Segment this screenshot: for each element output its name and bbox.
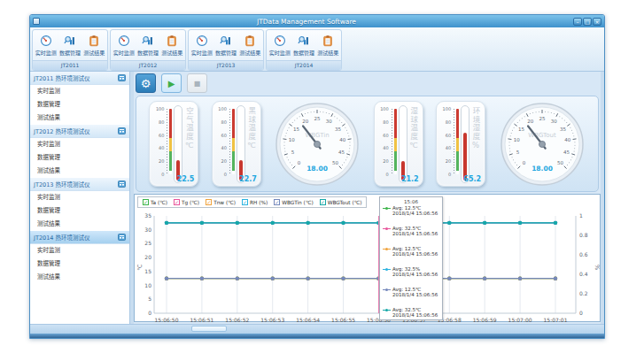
- legend-item[interactable]: ✓Tnw (℃): [206, 199, 236, 205]
- sidebar-item-jt2011-realtime[interactable]: 实时监测: [30, 85, 129, 98]
- minimize-button[interactable]: –: [573, 18, 582, 26]
- horizontal-scrollbar[interactable]: [30, 324, 604, 334]
- svg-text:5: 5: [291, 149, 295, 154]
- thermometer-tick: 80: [216, 119, 227, 125]
- window-controls: –□×: [573, 18, 601, 26]
- test-result-icon: [166, 35, 178, 48]
- chart-panel: 0510152025303500.20.40.60.81℃%15:06:5015…: [134, 194, 601, 322]
- sidebar-group-jt2011[interactable]: JT2011 热环境测试仪: [30, 72, 129, 85]
- settings-button[interactable]: ⚙: [136, 73, 156, 93]
- device-icon: [118, 127, 126, 134]
- svg-text:1: 1: [579, 212, 583, 219]
- thermometer-tick: 20: [440, 158, 451, 164]
- sidebar-item-jt2014-realtime[interactable]: 实时监测: [30, 244, 129, 257]
- ribbon-button-jt2012-data[interactable]: 数据管理: [136, 35, 159, 57]
- legend-checkbox[interactable]: ✓: [143, 199, 149, 205]
- sidebar-group-label: JT2012 热环境测试仪: [34, 127, 116, 135]
- ribbon-button-jt2011-realtime[interactable]: 实时监测: [34, 35, 58, 57]
- legend-checkbox[interactable]: ✓: [242, 199, 248, 205]
- realtime-gauge-icon: [196, 35, 208, 48]
- maximize-button[interactable]: □: [583, 18, 592, 26]
- tooltip-time: 15:06: [383, 199, 439, 204]
- thermometer-label: 环境湿度%: [471, 107, 480, 150]
- ribbon-button-jt2012-result[interactable]: 测试结果: [160, 35, 184, 57]
- realtime-gauge-icon: [118, 35, 130, 48]
- tooltip-entry-tg: Avg: 32.5℃2018/1/4 15:06:56: [383, 226, 439, 236]
- scrollbar-thumb[interactable]: [191, 326, 227, 332]
- titlebar[interactable]: JTData Management Software –□×: [30, 15, 604, 27]
- ribbon-button-jt2013-data[interactable]: 数据管理: [213, 35, 237, 57]
- svg-text:5: 5: [516, 149, 519, 154]
- svg-text:20: 20: [144, 254, 151, 260]
- svg-text:10: 10: [144, 282, 151, 288]
- svg-text:40: 40: [564, 137, 570, 142]
- app-icon: [33, 18, 40, 25]
- legend-item[interactable]: ✓WBGTin (℃): [274, 199, 313, 205]
- legend-checkbox[interactable]: ✓: [274, 199, 280, 205]
- thermometer-tick: 40: [378, 145, 389, 150]
- thermometer-globe-temp: 100806040200黑球温度℃22.7: [212, 101, 261, 187]
- sidebar-group-label: JT2013 热环境测试仪: [34, 180, 116, 188]
- svg-text:15:06:51: 15:06:51: [190, 317, 213, 323]
- sidebar-item-jt2012-realtime[interactable]: 实时监测: [30, 138, 129, 151]
- gauge-wbgt-in: 05101520253035404550WBGTin℃18.00: [274, 101, 361, 188]
- trend-chart: 0510152025303500.20.40.60.81℃%15:06:5015…: [135, 195, 601, 324]
- start-button[interactable]: ▶: [161, 73, 182, 93]
- svg-text:45: 45: [338, 149, 345, 154]
- ribbon-group-jt2011: 实时监测数据管理测试结果JT2011: [32, 29, 108, 71]
- ribbon-button-jt2014-result[interactable]: 测试结果: [316, 35, 340, 57]
- ribbon-button-jt2013-realtime[interactable]: 实时监测: [190, 35, 213, 57]
- tooltip-timestamp: 2018/1/4 15:06:56: [383, 211, 439, 216]
- series-marker-glyph: [383, 310, 391, 311]
- sidebar-item-jt2011-result[interactable]: 测试结果: [30, 111, 129, 125]
- sidebar-group-jt2014[interactable]: JT2014 热环境测试仪: [30, 231, 129, 244]
- realtime-gauge-icon: [274, 35, 286, 48]
- svg-text:0.2: 0.2: [579, 290, 588, 296]
- sidebar-item-jt2014-data[interactable]: 数据管理: [30, 257, 129, 271]
- legend-checkbox[interactable]: ✓: [320, 199, 326, 205]
- thermometer-tube: [399, 105, 407, 183]
- sidebar-item-jt2013-data[interactable]: 数据管理: [30, 204, 129, 218]
- ribbon-button-jt2011-result[interactable]: 测试结果: [82, 35, 106, 57]
- data-manage-icon: [142, 35, 154, 48]
- ribbon-button-jt2012-realtime[interactable]: 实时监测: [112, 35, 136, 57]
- series-marker: [341, 277, 345, 280]
- sidebar-group-jt2013[interactable]: JT2013 热环境测试仪: [30, 178, 129, 191]
- ribbon-button-label: 数据管理: [137, 49, 159, 57]
- sidebar-item-jt2013-result[interactable]: 测试结果: [30, 218, 129, 231]
- ribbon-button-jt2013-result[interactable]: 测试结果: [238, 35, 262, 57]
- legend-checkbox[interactable]: ✓: [174, 199, 180, 205]
- legend-item[interactable]: ✓RH (%): [242, 199, 268, 205]
- close-button[interactable]: ×: [593, 18, 601, 26]
- right-axis-label: %: [594, 265, 601, 270]
- ribbon-button-jt2014-data[interactable]: 数据管理: [291, 35, 315, 57]
- thermometer-tick: 20: [216, 158, 227, 164]
- thermometer-value: 21.2: [401, 175, 419, 183]
- ribbon-group-caption: JT2011: [33, 60, 107, 70]
- series-marker: [447, 221, 451, 225]
- legend-item[interactable]: ✓Tg (℃): [174, 199, 199, 205]
- ribbon-button-jt2011-data[interactable]: 数据管理: [58, 35, 81, 57]
- sidebar-item-jt2013-realtime[interactable]: 实时监测: [30, 191, 129, 204]
- series-marker: [236, 221, 239, 225]
- sidebar-item-jt2011-data[interactable]: 数据管理: [30, 98, 129, 111]
- series-marker: [271, 221, 275, 225]
- desktop: JTData Management Software –□× 实时监测数据管理测…: [0, 0, 644, 361]
- thermometer-tube: [174, 105, 182, 183]
- stop-button[interactable]: ■: [187, 73, 207, 93]
- thermometer-tick: 20: [153, 158, 164, 164]
- legend-item[interactable]: ✓WBGTout (℃): [320, 199, 362, 205]
- thermometer-tick: 40: [440, 145, 451, 150]
- svg-text:15:06:50: 15:06:50: [155, 317, 179, 323]
- legend-checkbox[interactable]: ✓: [206, 199, 212, 205]
- ribbon-button-label: 实时监测: [113, 49, 135, 57]
- sidebar-item-jt2014-result[interactable]: 测试结果: [30, 271, 129, 284]
- series-marker: [518, 277, 522, 280]
- sidebar-item-jt2012-data[interactable]: 数据管理: [30, 151, 129, 165]
- ribbon-button-label: 测试结果: [239, 49, 260, 57]
- series-marker-glyph: [383, 289, 391, 290]
- ribbon-button-jt2014-realtime[interactable]: 实时监测: [268, 35, 291, 57]
- sidebar-group-jt2012[interactable]: JT2012 热环境测试仪: [30, 125, 129, 138]
- legend-item[interactable]: ✓Ta (℃): [143, 199, 167, 205]
- sidebar-item-jt2012-result[interactable]: 测试结果: [30, 165, 129, 178]
